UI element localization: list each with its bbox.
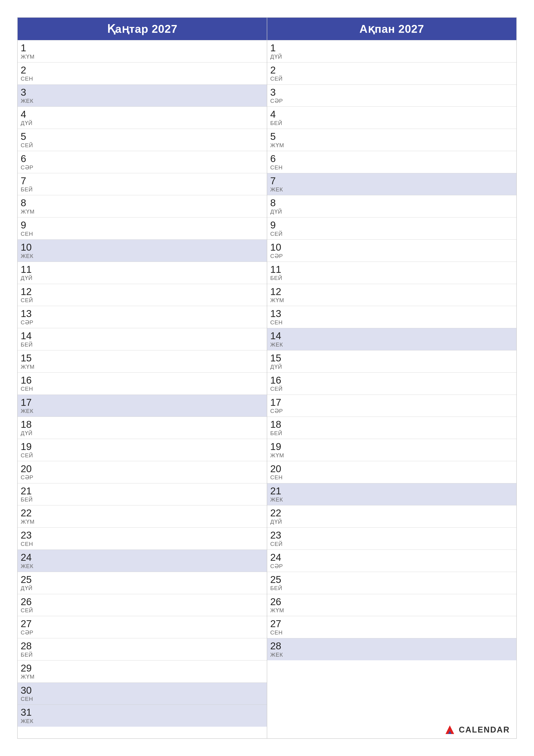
day-name: ЖЕК [21,718,40,724]
february-day-row: 15ДҮЙ [267,350,516,372]
day-info: 9СЕН [18,217,43,239]
day-name: СЕН [21,75,40,82]
day-content [293,217,516,239]
day-info: 18ДҮЙ [18,417,43,439]
day-name: ДҮЙ [21,585,40,592]
day-content [293,85,516,107]
january-day-row: 26СЕЙ [18,594,267,616]
day-name: ЖЕК [21,97,40,104]
day-content [43,350,267,372]
day-content [43,129,267,151]
day-info: 19ЖҮМ [267,439,293,461]
day-number: 13 [270,308,290,319]
day-content [293,195,516,217]
january-day-row: 12СЕЙ [18,284,267,306]
day-name: СЕН [21,696,40,702]
day-info: 7БЕЙ [18,173,43,195]
day-number: 15 [270,353,290,364]
day-name: БЕЙ [270,430,290,437]
day-content [293,505,516,527]
day-name: ДҮЙ [270,53,290,60]
day-name: СӘР [270,408,290,415]
day-content [293,240,516,262]
february-days: 1ДҮЙ2СЕЙ3СӘР4БЕЙ5ЖҮМ6СЕН7ЖЕК8ДҮЙ9СЕЙ10СӘ… [267,40,516,660]
day-content [43,461,267,483]
day-name: ЖҮМ [21,53,40,60]
january-day-row: 5СЕЙ [18,129,267,151]
february-day-row: 4БЕЙ [267,106,516,129]
day-number: 9 [21,220,40,230]
day-number: 31 [21,707,40,718]
day-number: 29 [21,663,40,674]
day-info: 5ЖҮМ [267,129,293,151]
day-content [43,705,267,727]
day-name: ЖҮМ [270,607,290,614]
day-number: 20 [21,463,40,474]
day-name: СЕЙ [270,75,290,82]
day-name: ЖҮМ [21,673,40,680]
day-info: 18БЕЙ [267,417,293,439]
day-name: СЕН [21,541,40,547]
february-day-row: 24СӘР [267,550,516,572]
day-content [43,439,267,461]
february-day-row: 6СЕН [267,151,516,173]
january-day-row: 25ДҮЙ [18,572,267,594]
january-day-row: 11ДҮЙ [18,262,267,284]
day-number: 18 [270,419,290,430]
january-day-row: 18ДҮЙ [18,417,267,439]
day-number: 6 [21,153,40,164]
day-number: 14 [270,330,290,341]
day-number: 24 [21,552,40,563]
day-info: 22ЖҮМ [18,505,43,527]
day-number: 7 [270,176,290,186]
day-name: БЕЙ [270,275,290,282]
day-name: СЕЙ [270,230,290,237]
day-content [43,550,267,572]
day-info: 26СЕЙ [18,594,43,616]
february-day-row: 14ЖЕК [267,328,516,350]
day-info: 20СӘР [18,461,43,483]
january-day-row: 30СЕН [18,683,267,705]
day-name: ДҮЙ [21,430,40,437]
day-content [43,284,267,306]
day-info: 22ДҮЙ [267,505,293,527]
day-info: 15ЖҮМ [18,350,43,372]
day-number: 19 [21,441,40,452]
february-day-row: 17СӘР [267,394,516,417]
day-number: 4 [21,109,40,120]
february-day-row: 8ДҮЙ [267,195,516,217]
day-content [43,373,267,394]
day-info: 24ЖЕК [18,550,43,572]
day-info: 13СӘР [18,306,43,328]
january-days: 1ЖҮМ2СЕН3ЖЕК4ДҮЙ5СЕЙ6СӘР7БЕЙ8ЖҮМ9СЕН10ЖЕ… [18,40,267,727]
february-day-row: 10СӘР [267,239,516,262]
day-number: 5 [21,131,40,142]
day-number: 18 [21,419,40,430]
january-day-row: 23СЕН [18,527,267,550]
january-day-row: 3ЖЕК [18,85,267,107]
day-content [293,638,516,660]
day-name: СЕЙ [21,452,40,459]
january-day-row: 2СЕН [18,62,267,85]
day-content [43,195,267,217]
day-name: СЕЙ [21,607,40,614]
day-content [293,439,516,461]
logo-row: CALENDAR [267,660,516,738]
day-number: 2 [270,65,290,76]
day-content [293,107,516,129]
day-name: ДҮЙ [270,208,290,215]
day-content [293,373,516,394]
day-content [43,527,267,550]
day-number: 26 [21,596,40,607]
january-day-row: 31ЖЕК [18,705,267,727]
february-day-row: 16СЕЙ [267,372,516,394]
day-number: 9 [270,220,290,230]
january-day-row: 27СӘР [18,616,267,638]
day-name: БЕЙ [270,585,290,592]
day-info: 25БЕЙ [267,572,293,594]
day-info: 2СЕЙ [267,63,293,85]
day-name: СЕН [270,474,290,481]
day-content [293,284,516,306]
day-number: 21 [21,486,40,497]
january-day-row: 9СЕН [18,217,267,239]
